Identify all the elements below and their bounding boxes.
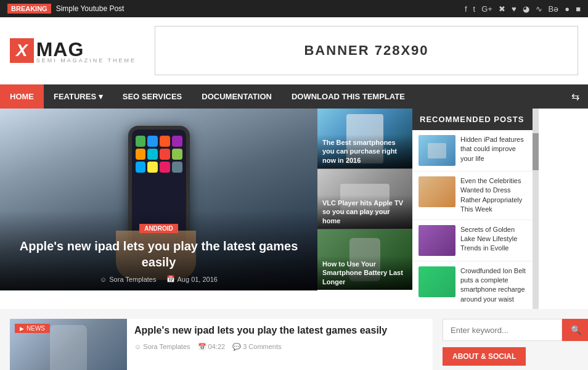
rec-title-2: Even the Celebrities Wanted to Dress Rat…: [460, 176, 526, 215]
breaking-text: Simple Youtube Post: [56, 4, 125, 13]
search-input[interactable]: [443, 319, 562, 341]
side-title-1: The Best smartphones you can purchase ri…: [322, 138, 407, 165]
twitter-icon[interactable]: t: [473, 4, 476, 14]
pinterest-icon[interactable]: ✖: [499, 4, 505, 14]
search-area: 🔍 ABOUT & SOCIAL: [443, 319, 578, 370]
side-title-2: VLC Player hits Apple TV so you can play…: [322, 199, 407, 225]
nav-features[interactable]: FEATURES ▾: [44, 84, 113, 109]
facebook-icon[interactable]: f: [465, 4, 467, 14]
logo-x: X: [10, 38, 34, 63]
rec-title-4: Crowdfunded Ion Belt puts a complete sma…: [460, 266, 526, 305]
rec-thumb-1: [419, 135, 455, 166]
search-button[interactable]: 🔍: [562, 319, 588, 341]
rec-title-1: Hidden iPad features that could improve …: [460, 135, 526, 166]
bottom-meta: ☺ Sora Templates 📅 04:22 💬 3 Comments: [134, 343, 433, 351]
featured-date: Aug 01, 2016: [178, 276, 218, 283]
top-bar: BREAKING Simple Youtube Post f t G+ ✖ ♥ …: [0, 0, 588, 17]
rec-item-4[interactable]: Crowdfunded Ion Belt puts a complete sma…: [412, 261, 533, 310]
side-article-1[interactable]: The Best smartphones you can purchase ri…: [317, 109, 412, 169]
nav-home[interactable]: HOME: [0, 84, 44, 109]
social-icons: f t G+ ✖ ♥ ◕ ∿ Bǝ ● ■: [465, 4, 581, 14]
banner-text: BANNER 728X90: [304, 43, 428, 59]
bottom-article-title[interactable]: Apple's new ipad lets you play the lates…: [134, 324, 433, 337]
android-tag: ANDROID: [139, 224, 178, 233]
dribbble-icon[interactable]: ◕: [523, 4, 529, 14]
about-social-button[interactable]: ABOUT & SOCIAL: [443, 347, 526, 366]
header: X MAG SEMI MAGAZINE THEME BANNER 728X90: [0, 17, 588, 84]
side-title-3: How to Use Your Smartphone Battery Last …: [322, 260, 407, 286]
breaking-badge: BREAKING: [7, 4, 51, 14]
logo[interactable]: X MAG SEMI MAGAZINE THEME: [10, 38, 136, 64]
bottom-time: 📅 04:22: [198, 343, 226, 351]
right-sidebar-wrapper: RECOMMENDED POSTS Hidden iPad features t…: [412, 109, 539, 309]
search-box: 🔍: [443, 319, 578, 341]
featured-overlay: ANDROID Apple's new ipad lets you play t…: [0, 210, 317, 290]
banner-area: BANNER 728X90: [155, 26, 578, 75]
author-icon: ☺ Sora Templates: [100, 276, 156, 283]
rec-thumb-2: [419, 176, 455, 207]
recommended-header: RECOMMENDED POSTS: [412, 109, 533, 130]
breaking-section: BREAKING Simple Youtube Post: [7, 4, 124, 14]
featured-meta: ☺ Sora Templates 📅 Aug 01, 2016: [10, 275, 308, 283]
side-article-3[interactable]: How to Use Your Smartphone Battery Last …: [317, 229, 412, 290]
rss-icon[interactable]: ∿: [536, 4, 542, 14]
rec-thumb-3: [419, 225, 455, 256]
rec-thumb-4: [419, 266, 455, 297]
news-label: NEWS: [27, 325, 45, 332]
scrollbar-thumb[interactable]: [533, 133, 539, 170]
rec-item-3[interactable]: Secrets of Golden Lake New Lifestyle Tre…: [412, 220, 533, 261]
side-overlay-2: VLC Player hits Apple TV so you can play…: [317, 195, 412, 229]
nav-bar: HOME FEATURES ▾ SEO SERVICES DOCUMENTATI…: [0, 84, 588, 109]
extra-icon[interactable]: ■: [576, 4, 581, 14]
heart-icon[interactable]: ♥: [512, 4, 517, 14]
featured-title: Apple's new ipad lets you play the lates…: [10, 238, 308, 270]
date-icon: 📅 Aug 01, 2016: [166, 275, 218, 283]
bottom-author: ☺ Sora Templates: [134, 343, 190, 351]
bottom-section: ▶ NEWS Apple's new ipad lets you play th…: [0, 309, 588, 370]
nav-docs[interactable]: DOCUMENTATION: [192, 84, 282, 109]
nav-download[interactable]: DOWNLOAD THIS TEMPLATE: [282, 84, 415, 109]
side-overlay-1: The Best smartphones you can purchase ri…: [317, 134, 412, 168]
shuffle-icon[interactable]: ⇆: [563, 84, 588, 109]
main-area: ANDROID Apple's new ipad lets you play t…: [0, 109, 588, 309]
featured-article[interactable]: ANDROID Apple's new ipad lets you play t…: [0, 109, 317, 290]
google-plus-icon[interactable]: G+: [481, 4, 492, 14]
side-article-2[interactable]: VLC Player hits Apple TV so you can play…: [317, 169, 412, 229]
side-overlay-3: How to Use Your Smartphone Battery Last …: [317, 256, 412, 290]
bottom-article: ▶ NEWS Apple's new ipad lets you play th…: [10, 319, 433, 370]
scrollbar[interactable]: [533, 109, 539, 309]
news-badge: ▶ NEWS: [15, 324, 50, 333]
nav-seo[interactable]: SEO SERVICES: [113, 84, 192, 109]
rec-item-2[interactable]: Even the Celebrities Wanted to Dress Rat…: [412, 171, 533, 220]
bottom-thumb-container: ▶ NEWS: [10, 319, 127, 370]
instagram-icon[interactable]: ●: [565, 4, 570, 14]
logo-sub: SEMI MAGAZINE THEME: [36, 57, 136, 64]
side-articles: The Best smartphones you can purchase ri…: [317, 109, 412, 309]
rec-title-3: Secrets of Golden Lake New Lifestyle Tre…: [460, 225, 526, 256]
author-name: Sora Templates: [109, 276, 156, 283]
rec-item-1[interactable]: Hidden iPad features that could improve …: [412, 130, 533, 171]
recommended-posts: RECOMMENDED POSTS Hidden iPad features t…: [412, 109, 533, 309]
behance-icon[interactable]: Bǝ: [549, 4, 559, 14]
bottom-comments: 💬 3 Comments: [232, 343, 281, 351]
bottom-text: Apple's new ipad lets you play the lates…: [134, 319, 433, 370]
